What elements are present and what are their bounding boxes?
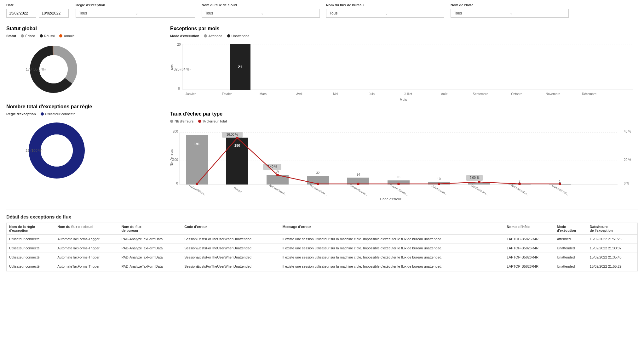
cell-message: Il existe une session utilisateur sur la… [280, 244, 504, 253]
col-cloud-flow: Nom du flux de cloud [55, 223, 119, 235]
host-select[interactable]: Tous ⌄ [451, 9, 569, 18]
legend-attended: Attended [204, 34, 222, 38]
cloud-flow-value: Tous [205, 11, 261, 15]
taux-echec-legend: Nb d'erreurs % d'erreur Total [170, 119, 638, 123]
col-datetime: Date/heurede l'exception [587, 223, 637, 235]
legend-nb-erreurs: Nb d'erreurs [170, 119, 193, 123]
cell-datetime: 15/02/2022 21:30:07 [587, 244, 637, 253]
line-dot-5 [357, 183, 359, 185]
cell-cloud-flow: AutomateTaxForms-Trigger [55, 262, 119, 271]
svg-text:ConnectionN...: ConnectionN... [551, 184, 569, 196]
filter-bar: Date Règle d'exception Tous ⌄ Nom du flu… [0, 0, 644, 21]
exceptions-regle-donut-container: 22 (100 %) [25, 119, 158, 182]
cell-error-code: SessionExistsForTheUserWhenUnattended [182, 262, 280, 271]
donut2-left-label: 22 (100 %) [5, 149, 43, 152]
exceptions-par-regle-title: Nombre total d'exceptions par règle [6, 104, 158, 110]
cell-host: LAPTOP-B5826R4R [504, 262, 555, 271]
exceptions-par-mois-title: Exceptions par mois [170, 26, 638, 31]
col-host: Nom de l'hôte [504, 223, 555, 235]
echec-label: Échec [25, 34, 35, 38]
attended-dot [204, 34, 207, 37]
cell-rule: Utilisateur connecté [7, 253, 55, 262]
cell-desktop-flow: PAD-AnalyzeTaxFormData [119, 262, 182, 271]
legend-user-connecte: Utilisateur connecté [41, 112, 76, 116]
cell-mode: Attended [554, 235, 587, 244]
svg-text:Mars: Mars [260, 92, 267, 96]
host-filter-group: Nom de l'hôte Tous ⌄ [451, 3, 569, 18]
unattended-label: Unattended [232, 34, 250, 38]
svg-text:UIAutomatio...: UIAutomatio... [431, 184, 448, 196]
cell-cloud-flow: AutomateTaxForms-Trigger [55, 235, 119, 244]
legend-annule: Annulé [59, 34, 74, 38]
table-row: Utilisateur connecté AutomateTaxForms-Tr… [7, 235, 637, 244]
svg-text:191: 191 [194, 142, 200, 146]
line-dot-1 [196, 183, 198, 185]
svg-text:Nb d'erreurs: Nb d'erreurs [170, 149, 173, 167]
table-row: Utilisateur connecté AutomateTaxForms-Tr… [7, 244, 637, 253]
svg-text:Juillet: Juillet [404, 92, 412, 96]
svg-text:2,00 %: 2,00 % [469, 176, 479, 179]
cell-message: Il existe une session utilisateur sur la… [280, 235, 504, 244]
date-from-input[interactable] [6, 9, 36, 18]
cell-datetime: 15/02/2022 21:35:43 [587, 253, 637, 262]
svg-text:20 %: 20 % [624, 158, 631, 162]
cell-desktop-flow: PAD-AnalyzeTaxFormData [119, 244, 182, 253]
svg-text:200: 200 [173, 130, 178, 133]
exceptions-table: Nom de la règled'exception Nom du flux d… [7, 223, 637, 271]
exception-rule-filter-group: Règle d'exception Tous ⌄ [76, 3, 195, 18]
svg-text:16: 16 [397, 175, 400, 179]
donut1-left-label: 178 (35,6 %) [8, 67, 46, 71]
desktop-flow-select[interactable]: Tous ⌄ [326, 9, 444, 18]
cell-rule: Utilisateur connecté [7, 235, 55, 244]
svg-text:Avril: Avril [296, 92, 302, 96]
desktop-flow-filter-label: Nom du flux de bureau [326, 3, 444, 7]
cell-message: Il existe une session utilisateur sur la… [280, 253, 504, 262]
host-chevron-icon: ⌄ [510, 12, 566, 15]
table-scroll-container[interactable]: Nom de la règled'exception Nom du flux d… [6, 223, 638, 271]
svg-text:Septembre: Septembre [473, 92, 488, 96]
exception-rule-select[interactable]: Tous ⌄ [76, 9, 195, 18]
cell-desktop-flow: PAD-AnalyzeTaxFormData [119, 253, 182, 262]
cell-host: LAPTOP-B5826R4R [504, 253, 555, 262]
svg-text:NoCandidate...: NoCandidate... [188, 184, 206, 196]
host-value: Tous [454, 11, 510, 15]
line-dot-9 [518, 183, 521, 185]
line-dot-10 [559, 183, 561, 185]
nb-erreurs-label: Nb d'erreurs [175, 119, 193, 123]
svg-text:Août: Août [441, 92, 448, 96]
statut-legend-label: Statut [6, 34, 16, 38]
svg-text:Juin: Juin [369, 92, 375, 96]
exceptions-mois-legend: Mode d'exécution Attended Unattended [170, 34, 638, 38]
svg-text:RunFlowFaile...: RunFlowFaile... [309, 184, 328, 196]
legend-echec: Échec [21, 34, 35, 38]
svg-text:Total: Total [170, 64, 174, 70]
svg-text:Mai: Mai [333, 92, 338, 96]
user-connecte-dot [41, 112, 44, 116]
user-connecte-label: Utilisateur connecté [45, 112, 76, 116]
host-filter-label: Nom de l'hôte [451, 3, 569, 7]
cell-datetime: 15/02/2022 21:55:29 [587, 262, 637, 271]
svg-text:Février: Février [222, 92, 232, 96]
attended-label: Attended [208, 34, 222, 38]
nb-erreurs-dot [170, 120, 173, 123]
line-dot-8 [478, 181, 480, 183]
taux-echec-title: Taux d'échec par type [170, 111, 638, 117]
legend-reussi: Réussi [40, 34, 55, 38]
reussi-label: Réussi [44, 34, 55, 38]
line-dot-4 [317, 183, 319, 185]
col-error-code: Code d'erreur [182, 223, 280, 235]
exception-rule-chevron-icon: ⌄ [135, 12, 192, 15]
table-section: Détail des exceptions de flux Nom de la … [0, 214, 644, 271]
svg-text:NoListenerCo...: NoListenerCo... [511, 184, 529, 196]
svg-text:Octobre: Octobre [511, 92, 522, 96]
exception-rule-filter-label: Règle d'exception [76, 3, 195, 7]
svg-text:Code d'erreur: Code d'erreur [380, 197, 401, 201]
date-to-input[interactable] [39, 9, 69, 18]
cloud-flow-chevron-icon: ⌄ [261, 12, 317, 15]
exception-rule-value: Tous [79, 11, 135, 15]
cell-mode: Unattended [554, 253, 587, 262]
cloud-flow-select[interactable]: Tous ⌄ [202, 9, 320, 18]
cell-rule: Utilisateur connecté [7, 262, 55, 271]
table-title: Détail des exceptions de flux [6, 214, 638, 219]
cloud-flow-filter-label: Nom du flux de cloud [202, 3, 320, 7]
